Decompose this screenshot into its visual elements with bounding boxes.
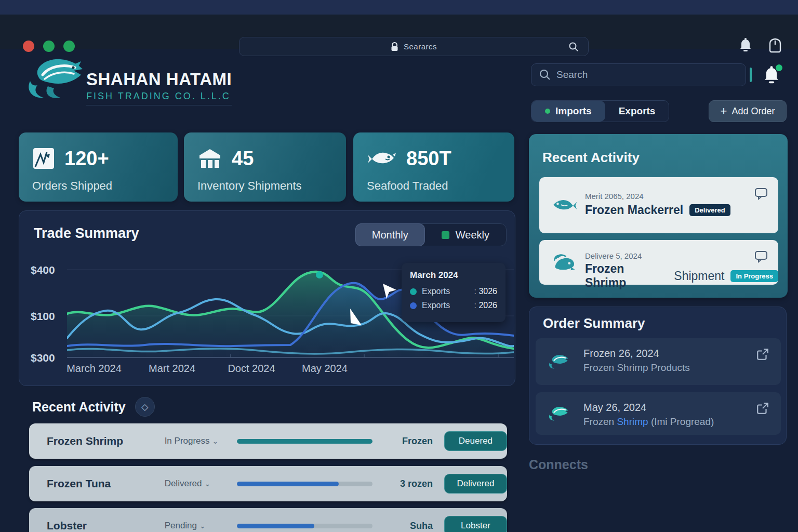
order-description: Frozen Shrimp (Imi Progread) — [583, 416, 714, 428]
progress-track — [237, 482, 373, 486]
order-summary-item[interactable]: Frozen 26, 2024 Frozen Shrimp Products — [536, 338, 781, 385]
add-order-label: Add Order — [732, 106, 775, 117]
row-action-button[interactable]: Delivered — [444, 474, 507, 494]
activity-title-text: Frozen Shrimp — [585, 262, 668, 290]
text-caret — [750, 68, 752, 82]
tab-imports[interactable]: Imports — [531, 101, 605, 122]
chart-document-icon — [32, 147, 55, 170]
x-axis-label: March 2024 — [66, 363, 122, 375]
x-axis-labels: March 2024 Mart 2024 Doct 2024 May 2024 — [19, 363, 515, 378]
trade-summary-title: Trade Summary — [34, 225, 139, 242]
row-action-button[interactable]: Lobster — [444, 516, 507, 532]
x-axis-label: Mart 2024 — [149, 363, 195, 375]
row-status-dropdown[interactable]: Delivered⌄ — [165, 478, 223, 489]
brand-block: SHAHAN HATAMI FISH TRADING CO. L.L.C — [86, 70, 232, 105]
stat-label: Orders Shipped — [32, 179, 164, 193]
fish-logo-icon — [547, 403, 571, 424]
row-tag: Frozen — [379, 436, 433, 447]
browser-chrome: Seararcs — [0, 15, 798, 49]
active-dot-icon — [545, 109, 550, 114]
recent-activity-title: Recent Activity — [32, 400, 126, 415]
window-minimize-button[interactable] — [43, 41, 55, 52]
toggle-monthly-label: Monthly — [372, 229, 408, 241]
stat-value: 850T — [406, 148, 451, 170]
fish-icon — [367, 148, 397, 169]
row-name: Frozen Shrimp — [29, 435, 165, 447]
status-badge: In Progress — [730, 270, 778, 282]
notification-bell-icon[interactable] — [762, 65, 781, 85]
company-subtitle: FISH TRADING CO. L.L.C — [86, 91, 232, 105]
legend-dot-blue — [410, 302, 417, 309]
company-name: SHAHAN HATAMI — [86, 70, 232, 89]
order-row-lobster[interactable]: Lobster Pending⌄ Suha Lobster — [29, 508, 507, 532]
stat-card-inventory-shipments: 45 Inventory Shipments — [184, 132, 346, 202]
tooltip-value: 3026 — [478, 287, 497, 296]
status-badge: Delivered — [689, 204, 730, 216]
row-tag: Suha — [379, 521, 433, 531]
lock-icon — [391, 42, 398, 51]
comment-icon[interactable] — [754, 250, 768, 263]
row-name: Frozen Tuna — [29, 477, 165, 490]
tab-exports[interactable]: Exports — [605, 101, 669, 122]
fish-icon — [551, 195, 578, 216]
connects-label: Connects — [529, 457, 588, 472]
imports-exports-toggle: Imports Exports — [531, 100, 669, 122]
order-summary-panel: Order Summary Frozen 26, 2024 Frozen Shr… — [529, 307, 787, 445]
row-name: Lobster — [29, 520, 165, 532]
external-link-icon[interactable] — [756, 402, 769, 415]
toggle-weekly[interactable]: Weekly — [425, 223, 506, 246]
row-action-button[interactable]: Deuered — [444, 431, 507, 451]
progress-fill — [237, 482, 339, 486]
row-status-dropdown[interactable]: Pending⌄ — [165, 521, 223, 531]
progress-fill — [237, 439, 373, 444]
shrimp-link[interactable]: Shrimp — [617, 416, 648, 427]
address-bar[interactable]: Seararcs — [239, 37, 589, 56]
external-link-icon[interactable] — [756, 348, 769, 361]
chrome-bell-icon[interactable] — [739, 37, 752, 54]
activity-item-shrimp[interactable]: Delivere 5, 2024 Frozen Shrimp Shipment … — [539, 240, 778, 285]
order-summary-item[interactable]: May 26, 2024 Frozen Shrimp (Imi Progread… — [536, 392, 781, 435]
shrimp-icon — [551, 251, 578, 273]
fish-logo-icon — [547, 351, 571, 372]
order-summary-title: Order Summary — [543, 315, 645, 331]
activity-date: Delivere 5, 2024 — [585, 251, 642, 260]
chevron-down-icon: ⌄ — [200, 522, 206, 530]
y-axis-label: $400 — [31, 264, 67, 276]
chevron-down-icon: ⌄ — [204, 480, 210, 488]
data-point-marker — [316, 271, 323, 278]
add-order-button[interactable]: + Add Order — [709, 100, 787, 122]
activity-title-text: Frozen Mackerrel — [585, 203, 683, 217]
tab-exports-label: Exports — [619, 105, 656, 117]
order-description: Frozen Shrimp Products — [583, 362, 690, 374]
activity-panel-title: Recent Activity — [542, 150, 640, 166]
company-logo — [23, 52, 90, 104]
toggle-monthly[interactable]: Monthly — [355, 223, 425, 246]
order-row-frozen-tuna[interactable]: Frozen Tuna Delivered⌄ 3 rozen Delivered — [29, 466, 507, 501]
diamond-icon-button[interactable]: ◇ — [135, 397, 155, 417]
row-status-dropdown[interactable]: In Progress⌄ — [165, 436, 223, 446]
titlebar-strip — [0, 0, 798, 15]
stat-value: 120+ — [64, 148, 109, 170]
comment-icon[interactable] — [754, 188, 768, 200]
activity-title-suffix: Shipment — [674, 269, 724, 283]
weekly-swatch-icon — [442, 231, 449, 239]
chevron-down-icon: ⌄ — [212, 437, 219, 445]
order-date: May 26, 2024 — [583, 402, 646, 414]
row-tag: 3 rozen — [379, 478, 433, 489]
trade-summary-card: Trade Summary Monthly Weekly $400 $100 $… — [19, 210, 515, 386]
search-input-wrap[interactable] — [531, 63, 746, 86]
progress-track — [237, 524, 373, 528]
progress-fill — [237, 524, 314, 528]
tab-imports-label: Imports — [555, 105, 592, 117]
window-close-button[interactable] — [23, 41, 34, 52]
x-axis-label: Doct 2024 — [228, 363, 275, 375]
search-input[interactable] — [556, 69, 738, 81]
window-zoom-button[interactable] — [63, 41, 75, 52]
x-axis-label: May 2024 — [302, 363, 348, 375]
activity-date: Merit 2065, 2024 — [585, 192, 644, 201]
order-row-frozen-shrimp[interactable]: Frozen Shrimp In Progress⌄ Frozen Deuere… — [29, 423, 507, 459]
share-icon[interactable] — [768, 37, 782, 54]
recent-activity-panel: Recent Activity Merit 2065, 2024 Frozen … — [529, 134, 788, 298]
address-search-icon[interactable] — [568, 42, 579, 52]
activity-item-mackerel[interactable]: Merit 2065, 2024 Frozen Mackerrel Delive… — [539, 177, 778, 233]
